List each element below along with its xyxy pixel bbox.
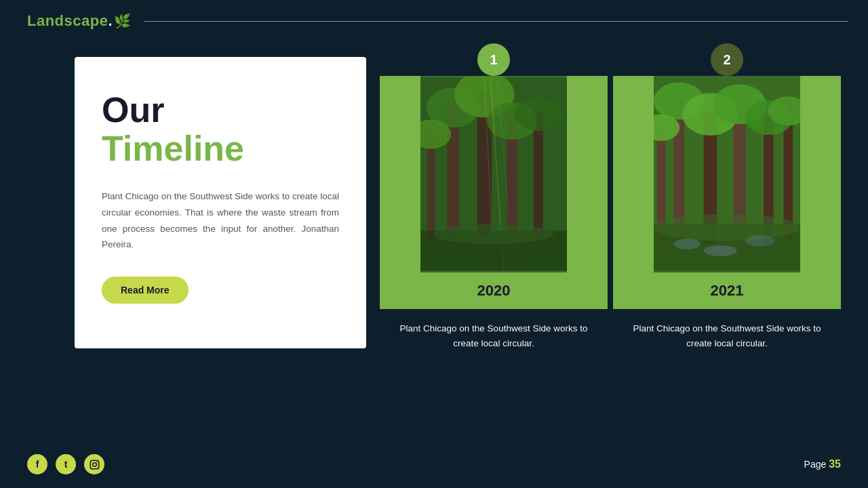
main-content: Our Timeline Plant Chicago on the Southw…: [0, 37, 868, 372]
logo: Landscape . 🌿: [27, 12, 131, 30]
page-number: Page 35: [804, 458, 841, 470]
svg-rect-34: [90, 460, 99, 469]
year-bar-1: 2020: [380, 272, 608, 309]
instagram-icon[interactable]: [84, 454, 104, 474]
intro-card: Our Timeline Plant Chicago on the Southw…: [75, 57, 366, 348]
page-label: Page: [804, 459, 827, 470]
intro-description: Plant Chicago on the Southwest Side work…: [102, 188, 339, 253]
timeline-card-1: 1: [380, 57, 608, 359]
svg-point-36: [96, 462, 98, 463]
card-image-wrapper-2: [613, 76, 841, 272]
year-bar-2: 2021: [613, 272, 841, 309]
facebook-icon[interactable]: f: [27, 454, 47, 474]
timeline-cards: 1: [380, 57, 841, 359]
svg-point-9: [515, 98, 561, 131]
social-icons: f t: [27, 454, 104, 474]
card-description-2: Plant Chicago on the Southwest Side work…: [613, 309, 841, 359]
footer: f t Page 35: [27, 454, 841, 474]
read-more-button[interactable]: Read More: [102, 277, 189, 304]
title-timeline: Timeline: [102, 129, 339, 168]
title-our: Our: [102, 91, 339, 129]
card-description-1: Plant Chicago on the Southwest Side work…: [380, 309, 608, 359]
header: Landscape . 🌿: [0, 0, 868, 30]
badge-2: 2: [711, 43, 743, 76]
twitter-icon[interactable]: t: [56, 454, 76, 474]
timeline-card-2: 2: [613, 57, 841, 359]
svg-point-30: [654, 214, 800, 241]
card-image-side-right-1: [567, 76, 608, 272]
logo-text: Landscape: [27, 12, 108, 30]
card-image-side-right-2: [800, 76, 841, 272]
svg-point-35: [92, 462, 96, 466]
header-divider: [144, 21, 848, 22]
svg-point-15: [434, 224, 554, 244]
svg-point-32: [704, 245, 737, 256]
logo-leaf-icon: 🌿: [114, 13, 131, 29]
timeline-separator: [608, 57, 613, 359]
svg-point-33: [745, 235, 774, 246]
card-image-wrapper-1: [380, 76, 608, 272]
card-image-side-left-2: [613, 76, 654, 272]
page-num: 35: [829, 458, 841, 470]
logo-dot: .: [108, 12, 112, 30]
svg-point-31: [673, 239, 700, 249]
card-forest-image-2: [654, 76, 800, 272]
badge-1: 1: [477, 43, 510, 76]
card-image-side-left-1: [380, 76, 420, 272]
card-forest-image-1: [420, 76, 567, 272]
